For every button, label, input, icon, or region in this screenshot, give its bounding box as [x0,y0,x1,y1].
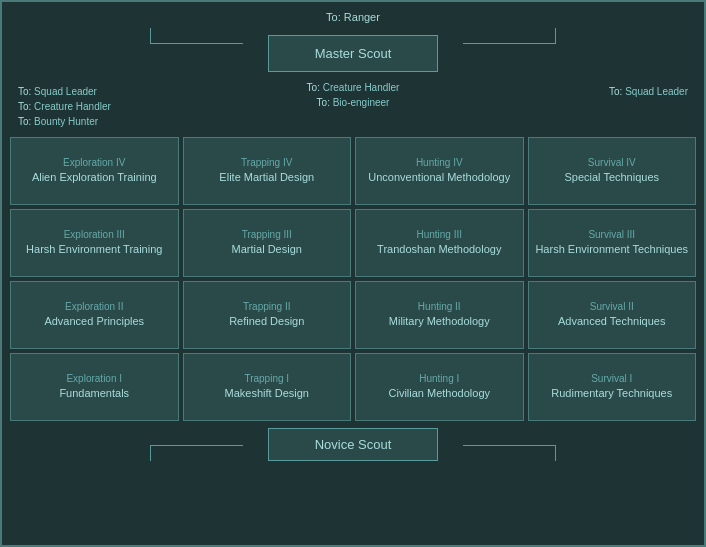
left-label-1: To: Squad Leader [18,84,142,99]
bracket-line-left [150,43,243,44]
skill-cell-12[interactable]: Exploration IFundamentals [10,353,179,421]
top-destination-label: To: Ranger [10,10,696,24]
skill-cell-15[interactable]: Survival IRudimentary Techniques [528,353,697,421]
master-scout-box: Master Scout [268,35,438,72]
center-label-1: To: Creature Handler [307,80,400,95]
skill-cell-14[interactable]: Hunting ICivilian Methodology [355,353,524,421]
skill-cell-2[interactable]: Hunting IVUnconventional Methodology [355,137,524,205]
bottom-bracket-line-left [150,445,243,446]
bracket-line-right [463,43,556,44]
center-label-2: To: Bio-engineer [317,95,390,110]
skill-cell-8[interactable]: Exploration IIAdvanced Principles [10,281,179,349]
center-labels: To: Creature Handler To: Bio-engineer [268,80,438,110]
skill-grid: Exploration IVAlien Exploration Training… [10,137,696,421]
bottom-section: Novice Scout [10,425,696,461]
skill-cell-3[interactable]: Survival IVSpecial Techniques [528,137,697,205]
left-labels: To: Squad Leader To: Creature Handler To… [10,80,150,133]
left-label-2: To: Creature Handler [18,99,142,114]
bottom-bracket-vline-left [150,445,151,461]
bracket-vline-left [150,28,151,44]
novice-scout-box: Novice Scout [268,428,438,461]
bracket-vline-right [555,28,556,44]
skill-cell-6[interactable]: Hunting IIITrandoshan Methodology [355,209,524,277]
skill-cell-13[interactable]: Trapping IMakeshift Design [183,353,352,421]
skill-cell-1[interactable]: Trapping IVElite Martial Design [183,137,352,205]
skill-cell-0[interactable]: Exploration IVAlien Exploration Training [10,137,179,205]
skill-cell-11[interactable]: Survival IIAdvanced Techniques [528,281,697,349]
right-label-1: To: Squad Leader [609,84,688,99]
skill-cell-7[interactable]: Survival IIIHarsh Environment Techniques [528,209,697,277]
skill-cell-9[interactable]: Trapping IIRefined Design [183,281,352,349]
skill-cell-10[interactable]: Hunting IIMilitary Methodology [355,281,524,349]
skill-cell-4[interactable]: Exploration IIIHarsh Environment Trainin… [10,209,179,277]
bottom-bracket-line-right [463,445,556,446]
right-labels: To: Squad Leader [556,80,696,103]
left-label-3: To: Bounty Hunter [18,114,142,129]
skill-tree-container: To: Ranger Master Scout To: Squad Leader… [0,0,706,547]
skill-cell-5[interactable]: Trapping IIIMartial Design [183,209,352,277]
bottom-bracket-vline-right [555,445,556,461]
